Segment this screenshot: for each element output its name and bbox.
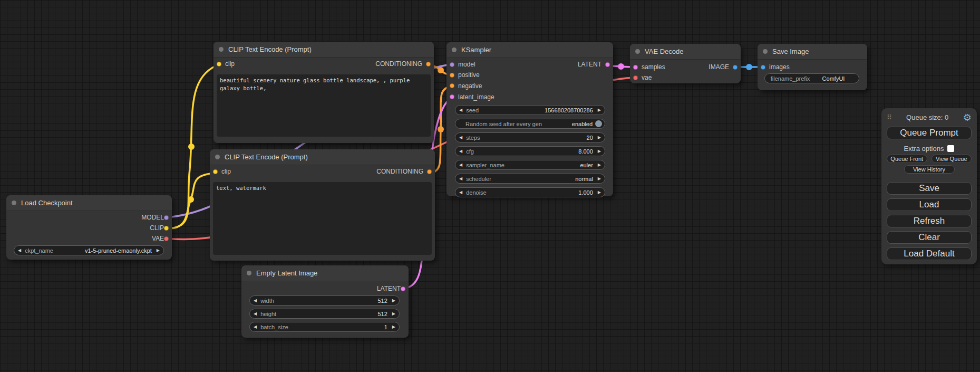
link-dot[interactable] xyxy=(188,196,194,203)
increment-arrow-icon[interactable]: ▶ xyxy=(598,136,601,140)
output-label-conditioning: CONDITIONING xyxy=(376,168,423,175)
input-port-positive[interactable] xyxy=(450,73,454,78)
widget-value: normal xyxy=(575,176,593,182)
link-dot[interactable] xyxy=(188,144,195,150)
decrement-arrow-icon[interactable]: ◀ xyxy=(254,299,257,303)
output-port-clip[interactable] xyxy=(164,226,169,231)
decrement-arrow-icon[interactable]: ◀ xyxy=(459,177,462,181)
node-clip-text-encode-positive[interactable]: CLIP Text Encode (Prompt) clip CONDITION… xyxy=(214,42,434,143)
input-port-images[interactable] xyxy=(761,65,765,70)
output-port-vae[interactable] xyxy=(164,236,169,241)
node-title-bar[interactable]: VAE Decode xyxy=(630,44,741,60)
load-button[interactable]: Load xyxy=(887,198,972,211)
batch-size-widget[interactable]: ◀ batch_size 1 ▶ xyxy=(249,322,400,332)
increment-arrow-icon[interactable]: ▶ xyxy=(598,108,601,112)
steps-widget[interactable]: ◀ steps 20 ▶ xyxy=(455,132,605,142)
decrement-arrow-icon[interactable]: ◀ xyxy=(18,249,21,253)
queue-front-button[interactable]: Queue Front xyxy=(887,155,927,163)
increment-arrow-icon[interactable]: ▶ xyxy=(598,163,601,167)
load-default-button[interactable]: Load Default xyxy=(887,247,972,260)
clear-button[interactable]: Clear xyxy=(887,231,972,244)
increment-arrow-icon[interactable]: ▶ xyxy=(392,299,395,303)
link-dot[interactable] xyxy=(746,64,752,70)
ckpt-name-widget[interactable]: ◀ ckpt_name v1-5-pruned-emaonly.ckpt ▶ xyxy=(14,245,164,255)
filename-prefix-widget[interactable]: filename_prefix ComfyUI xyxy=(764,73,859,83)
comfyui-canvas[interactable]: Load Checkpoint MODEL CLIP VAE ◀ ckpt_na… xyxy=(0,0,980,372)
collapse-dot-icon[interactable] xyxy=(247,271,251,275)
node-title-bar[interactable]: Load Checkpoint xyxy=(6,195,172,211)
increment-arrow-icon[interactable]: ▶ xyxy=(392,325,395,329)
increment-arrow-icon[interactable]: ▶ xyxy=(598,177,601,181)
node-clip-text-encode-negative[interactable]: CLIP Text Encode (Prompt) clip CONDITION… xyxy=(210,149,435,261)
increment-arrow-icon[interactable]: ▶ xyxy=(598,190,601,195)
output-port-model[interactable] xyxy=(164,215,169,220)
node-ksampler[interactable]: KSampler model LATENT positive xyxy=(447,42,613,196)
widget-value: 512 xyxy=(377,311,387,317)
link-dot[interactable] xyxy=(618,63,624,70)
refresh-button[interactable]: Refresh xyxy=(887,215,972,227)
view-history-button[interactable]: View History xyxy=(904,165,955,174)
drag-handle-icon[interactable]: ⠿ xyxy=(887,113,892,121)
decrement-arrow-icon[interactable]: ◀ xyxy=(459,190,462,195)
increment-arrow-icon[interactable]: ▶ xyxy=(392,312,395,316)
link-dot[interactable] xyxy=(438,126,444,132)
collapse-dot-icon[interactable] xyxy=(763,49,768,54)
node-title-bar[interactable]: KSampler xyxy=(447,42,613,58)
scheduler-widget[interactable]: ◀ scheduler normal ▶ xyxy=(455,174,605,184)
input-port-vae[interactable] xyxy=(633,75,638,80)
queue-prompt-button[interactable]: Queue Prompt xyxy=(887,127,972,139)
increment-arrow-icon[interactable]: ▶ xyxy=(598,149,601,154)
node-title: Empty Latent Image xyxy=(256,269,317,277)
height-widget[interactable]: ◀ height 512 ▶ xyxy=(249,309,400,319)
node-save-image[interactable]: Save Image images filename_prefix ComfyU… xyxy=(758,44,867,90)
input-port-clip[interactable] xyxy=(217,62,221,66)
denoise-widget[interactable]: ◀ denoise 1.000 ▶ xyxy=(455,187,605,197)
width-widget[interactable]: ◀ width 512 ▶ xyxy=(249,295,400,306)
widget-value: 1 xyxy=(384,324,387,330)
random-seed-toggle-widget[interactable]: Random seed after every gen enabled xyxy=(455,119,605,129)
increment-arrow-icon[interactable]: ▶ xyxy=(157,249,160,253)
decrement-arrow-icon[interactable]: ◀ xyxy=(459,149,462,154)
collapse-dot-icon[interactable] xyxy=(219,47,224,52)
node-title-bar[interactable]: CLIP Text Encode (Prompt) xyxy=(214,42,434,58)
node-vae-decode[interactable]: VAE Decode samples IMAGE vae xyxy=(630,44,741,83)
widget-value: v1-5-pruned-emaonly.ckpt xyxy=(85,247,152,254)
seed-widget[interactable]: ◀ seed 156680208700286 ▶ xyxy=(455,105,605,115)
output-port-latent[interactable] xyxy=(605,62,610,67)
save-button[interactable]: Save xyxy=(887,182,972,195)
input-port-clip[interactable] xyxy=(213,169,218,174)
decrement-arrow-icon[interactable]: ◀ xyxy=(459,108,462,112)
collapse-dot-icon[interactable] xyxy=(452,47,457,52)
link-dot[interactable] xyxy=(438,67,444,73)
view-queue-button[interactable]: View Queue xyxy=(932,155,972,163)
queue-panel[interactable]: ⠿ Queue size: 0 ⚙ Queue Prompt Extra opt… xyxy=(881,108,977,264)
decrement-arrow-icon[interactable]: ◀ xyxy=(254,312,257,316)
output-port-conditioning[interactable] xyxy=(427,169,432,174)
input-port-samples[interactable] xyxy=(633,65,638,70)
output-port-latent[interactable] xyxy=(401,287,405,291)
input-label-clip: clip xyxy=(221,168,231,175)
settings-gear-icon[interactable]: ⚙ xyxy=(963,113,972,122)
cfg-widget[interactable]: ◀ cfg 8.000 ▶ xyxy=(455,146,605,156)
node-title-bar[interactable]: Empty Latent Image xyxy=(241,265,409,281)
collapse-dot-icon[interactable] xyxy=(635,49,640,54)
extra-options-checkbox[interactable] xyxy=(947,145,954,152)
node-empty-latent-image[interactable]: Empty Latent Image LATENT ◀ width 512 ▶ … xyxy=(241,265,409,338)
output-port-conditioning[interactable] xyxy=(426,62,431,66)
output-port-image[interactable] xyxy=(733,65,738,70)
node-load-checkpoint[interactable]: Load Checkpoint MODEL CLIP VAE ◀ ckpt_na… xyxy=(6,195,172,260)
decrement-arrow-icon[interactable]: ◀ xyxy=(459,163,462,167)
positive-prompt-textarea[interactable]: beautiful scenery nature glass bottle la… xyxy=(217,74,431,137)
node-title-bar[interactable]: CLIP Text Encode (Prompt) xyxy=(210,149,435,165)
collapse-dot-icon[interactable] xyxy=(215,155,220,159)
input-port-negative[interactable] xyxy=(450,83,454,88)
toggle-circle-icon[interactable] xyxy=(595,120,602,127)
sampler-name-widget[interactable]: ◀ sampler_name euler ▶ xyxy=(455,160,605,170)
negative-prompt-textarea[interactable]: text, watermark xyxy=(213,182,432,255)
input-port-model[interactable] xyxy=(450,62,454,67)
collapse-dot-icon[interactable] xyxy=(12,201,16,205)
node-title-bar[interactable]: Save Image xyxy=(758,44,867,60)
decrement-arrow-icon[interactable]: ◀ xyxy=(254,325,257,329)
decrement-arrow-icon[interactable]: ◀ xyxy=(459,136,462,140)
input-port-latent-image[interactable] xyxy=(450,94,454,99)
